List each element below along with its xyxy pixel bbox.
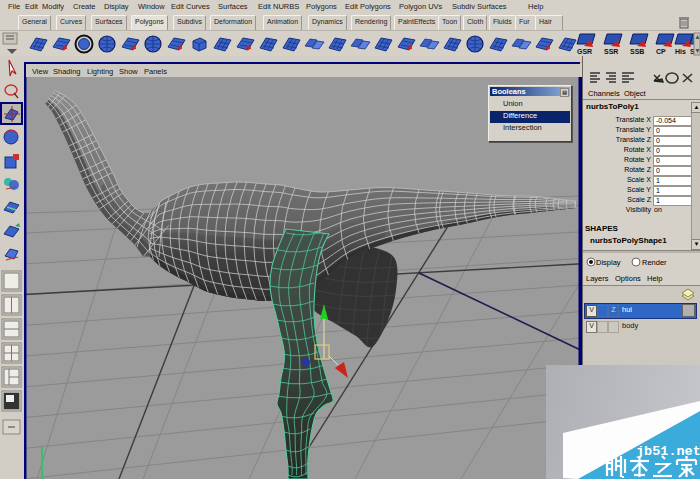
svg-text:GSR: GSR [577, 48, 592, 55]
svg-text:CP: CP [656, 48, 666, 55]
svg-text:His: His [675, 48, 686, 55]
svg-text:jb51.net: jb51.net [636, 444, 700, 459]
svg-text:SSR: SSR [604, 48, 618, 55]
svg-text:SSB: SSB [630, 48, 644, 55]
